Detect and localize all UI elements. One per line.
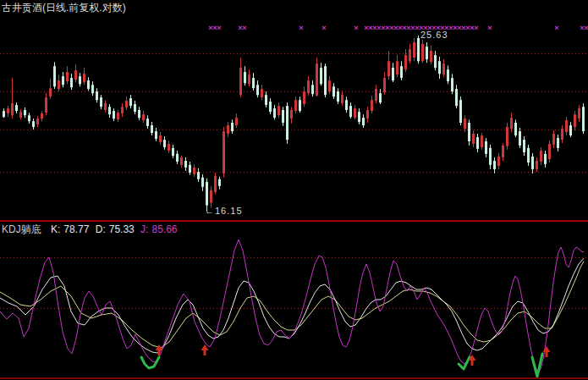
candle[interactable] xyxy=(231,119,234,134)
candle[interactable] xyxy=(519,128,521,148)
candle[interactable] xyxy=(307,76,310,96)
candle[interactable] xyxy=(430,46,432,64)
candle[interactable] xyxy=(404,49,407,72)
candle[interactable] xyxy=(565,117,568,135)
candle[interactable] xyxy=(32,118,35,129)
candle[interactable] xyxy=(53,62,56,89)
candle[interactable] xyxy=(451,74,453,94)
candle[interactable] xyxy=(70,74,73,90)
chart-canvas[interactable]: ××××××××××××××××××××××××××××××××××××××× xyxy=(0,0,588,380)
candle[interactable] xyxy=(125,96,128,110)
candle[interactable] xyxy=(417,36,420,63)
candle[interactable] xyxy=(117,110,119,122)
candle[interactable] xyxy=(248,69,250,86)
candle[interactable] xyxy=(235,113,238,128)
candle[interactable] xyxy=(442,59,445,77)
candle[interactable] xyxy=(371,96,373,113)
candle[interactable] xyxy=(100,95,102,109)
candle[interactable] xyxy=(396,55,398,77)
candle[interactable] xyxy=(459,96,462,125)
candle[interactable] xyxy=(366,107,369,123)
candle[interactable] xyxy=(324,63,327,97)
candle[interactable] xyxy=(536,157,538,172)
candle[interactable] xyxy=(189,162,191,175)
candle[interactable] xyxy=(582,103,585,134)
candle[interactable] xyxy=(252,73,255,91)
candle[interactable] xyxy=(510,113,513,132)
candle[interactable] xyxy=(104,100,107,113)
candle[interactable] xyxy=(337,88,339,104)
candle[interactable] xyxy=(316,58,318,96)
candle[interactable] xyxy=(66,66,69,84)
candle[interactable] xyxy=(341,91,343,106)
candle[interactable] xyxy=(328,76,331,94)
candle[interactable] xyxy=(193,164,195,177)
candle[interactable] xyxy=(447,65,449,84)
candle[interactable] xyxy=(349,102,352,118)
candle[interactable] xyxy=(3,108,5,118)
candle[interactable] xyxy=(383,72,386,95)
candle[interactable] xyxy=(41,111,43,121)
candle[interactable] xyxy=(299,96,301,113)
candle[interactable] xyxy=(261,85,263,100)
candle[interactable] xyxy=(523,136,525,156)
candle[interactable] xyxy=(544,151,547,168)
candle[interactable] xyxy=(481,133,483,150)
candle[interactable] xyxy=(273,105,276,119)
candle[interactable] xyxy=(151,122,153,135)
candle[interactable] xyxy=(489,145,492,169)
candle[interactable] xyxy=(168,140,170,153)
candle[interactable] xyxy=(121,103,124,117)
candle[interactable] xyxy=(468,119,470,146)
candle[interactable] xyxy=(514,119,517,137)
candle[interactable] xyxy=(129,95,132,108)
candle[interactable] xyxy=(358,108,360,124)
candle[interactable] xyxy=(557,135,559,151)
candle[interactable] xyxy=(244,66,246,85)
candle[interactable] xyxy=(311,80,314,96)
candle[interactable] xyxy=(278,102,280,118)
candle[interactable] xyxy=(472,130,475,147)
candle[interactable] xyxy=(552,130,555,148)
candle[interactable] xyxy=(239,58,242,97)
candle[interactable] xyxy=(19,109,22,119)
candle[interactable] xyxy=(421,40,424,63)
candle[interactable] xyxy=(142,111,145,123)
candle[interactable] xyxy=(409,44,411,63)
candle[interactable] xyxy=(218,177,221,190)
candle[interactable] xyxy=(354,105,356,119)
candle[interactable] xyxy=(286,102,289,144)
candle[interactable] xyxy=(180,156,183,168)
candle[interactable] xyxy=(531,153,534,173)
candle[interactable] xyxy=(163,136,166,150)
candle[interactable] xyxy=(58,74,60,91)
candle[interactable] xyxy=(24,107,26,118)
candle[interactable] xyxy=(96,88,98,102)
candle[interactable] xyxy=(74,64,77,82)
candle[interactable] xyxy=(159,132,162,145)
candle[interactable] xyxy=(574,111,576,130)
candle[interactable] xyxy=(426,42,428,63)
candle[interactable] xyxy=(269,98,272,114)
candle[interactable] xyxy=(223,127,225,178)
candle[interactable] xyxy=(49,79,52,99)
candle[interactable] xyxy=(392,63,394,82)
candle[interactable] xyxy=(83,68,85,85)
candle[interactable] xyxy=(134,101,136,114)
candle[interactable] xyxy=(36,116,39,127)
candle[interactable] xyxy=(256,80,259,97)
candle[interactable] xyxy=(413,38,415,61)
candle[interactable] xyxy=(172,145,174,158)
candle[interactable] xyxy=(438,57,441,79)
candle[interactable] xyxy=(540,147,542,165)
candle[interactable] xyxy=(265,91,267,107)
candle[interactable] xyxy=(45,93,47,115)
candle[interactable] xyxy=(527,145,530,166)
candle[interactable] xyxy=(476,134,479,152)
candle[interactable] xyxy=(227,122,229,137)
candle[interactable] xyxy=(146,115,149,129)
candle[interactable] xyxy=(91,81,94,96)
candle[interactable] xyxy=(155,128,157,141)
candle[interactable] xyxy=(62,72,64,87)
candle[interactable] xyxy=(138,107,140,120)
